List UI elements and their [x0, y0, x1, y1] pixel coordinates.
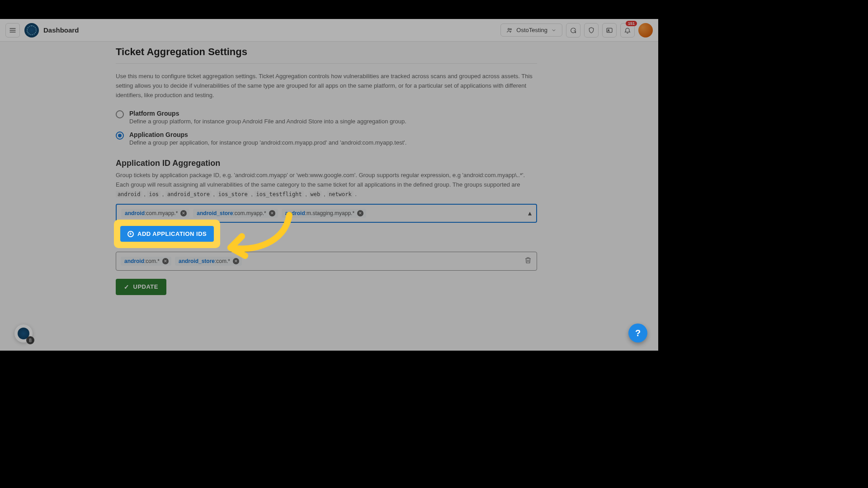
app-id-input-group-2[interactable]: android:com.* ✕ android_store:com.* ✕: [116, 252, 537, 271]
radio-application-groups[interactable]: Application Groups Define a group per ap…: [116, 131, 537, 146]
svg-point-1: [510, 28, 512, 30]
app-id-desc: Group tickets by application package ID,…: [116, 171, 537, 199]
shield-icon: [588, 27, 595, 34]
contacts-button[interactable]: [602, 23, 617, 38]
code-token: web: [309, 191, 322, 198]
menu-button[interactable]: [5, 23, 20, 38]
chip: android:m.stagging.myapp.* ✕: [282, 209, 366, 218]
bell-icon: [624, 27, 631, 34]
chip-remove-button[interactable]: ✕: [357, 210, 363, 216]
user-avatar[interactable]: [638, 23, 653, 38]
notification-badge: 151: [626, 21, 637, 26]
help-button[interactable]: ?: [628, 324, 647, 343]
chip: android_store:com.* ✕: [175, 257, 242, 266]
app-id-heading: Application ID Aggregation: [116, 159, 537, 168]
chip-remove-button[interactable]: ✕: [162, 258, 169, 264]
code-token: android: [116, 191, 142, 198]
chat-widget[interactable]: 8: [14, 324, 33, 343]
radio-desc: Define a group per application, for inst…: [129, 139, 406, 146]
radio-input[interactable]: [116, 110, 124, 118]
notifications-button[interactable]: 151: [620, 23, 635, 38]
question-icon: ?: [635, 328, 641, 338]
trash-icon: [524, 256, 532, 264]
app-logo: [24, 23, 39, 38]
chip-remove-button[interactable]: ✕: [233, 258, 239, 264]
highlight-annotation: + ADD APPLICATION IDS: [116, 221, 218, 246]
code-token: ios: [147, 191, 160, 198]
breadcrumb: Dashboard: [43, 26, 79, 34]
widget-badge: 8: [26, 336, 34, 344]
svg-point-3: [608, 29, 609, 31]
check-icon: ✓: [124, 283, 130, 291]
plus-circle-icon: +: [127, 231, 134, 237]
top-bar: Dashboard OstoTesting 151: [0, 19, 658, 42]
refresh-button[interactable]: [566, 23, 580, 38]
chip-remove-button[interactable]: ✕: [269, 210, 275, 216]
radio-title: Application Groups: [129, 131, 406, 138]
radio-platform-groups[interactable]: Platform Groups Define a group platform,…: [116, 110, 537, 125]
update-button[interactable]: ✓ UPDATE: [116, 279, 166, 295]
main-content: Ticket Aggregation Settings Use this men…: [116, 46, 537, 295]
radio-desc: Define a group platform, for instance gr…: [129, 118, 406, 125]
shield-button[interactable]: [584, 23, 599, 38]
svg-point-0: [508, 28, 510, 29]
add-application-ids-button[interactable]: + ADD APPLICATION IDS: [120, 226, 214, 242]
radio-title: Platform Groups: [129, 110, 406, 117]
chip: android:com.* ✕: [121, 257, 171, 266]
chip-remove-button[interactable]: ✕: [180, 210, 187, 216]
group-icon: [506, 27, 513, 33]
delete-group-button[interactable]: [524, 256, 532, 266]
code-token: network: [327, 191, 354, 198]
code-token: ios_testflight: [255, 191, 304, 198]
org-switcher[interactable]: OstoTesting: [500, 23, 562, 37]
code-token: ios_store: [217, 191, 250, 198]
hamburger-icon: [9, 27, 16, 34]
page-title: Ticket Aggregation Settings: [116, 46, 537, 64]
radio-input[interactable]: [116, 131, 124, 140]
chip: android_store:com.myapp.* ✕: [193, 209, 278, 218]
chevron-down-icon: [551, 28, 557, 33]
id-card-icon: [606, 27, 613, 34]
refresh-icon: [570, 27, 577, 34]
org-name: OstoTesting: [516, 27, 547, 33]
dropdown-toggle[interactable]: ▴: [528, 209, 532, 217]
code-token: android_store: [165, 191, 212, 198]
app-id-input-group-1[interactable]: android:com.myapp.* ✕ android_store:com.…: [116, 204, 537, 223]
page-intro: Use this menu to configure ticket aggreg…: [116, 72, 537, 100]
chip: android:com.myapp.* ✕: [121, 209, 189, 218]
